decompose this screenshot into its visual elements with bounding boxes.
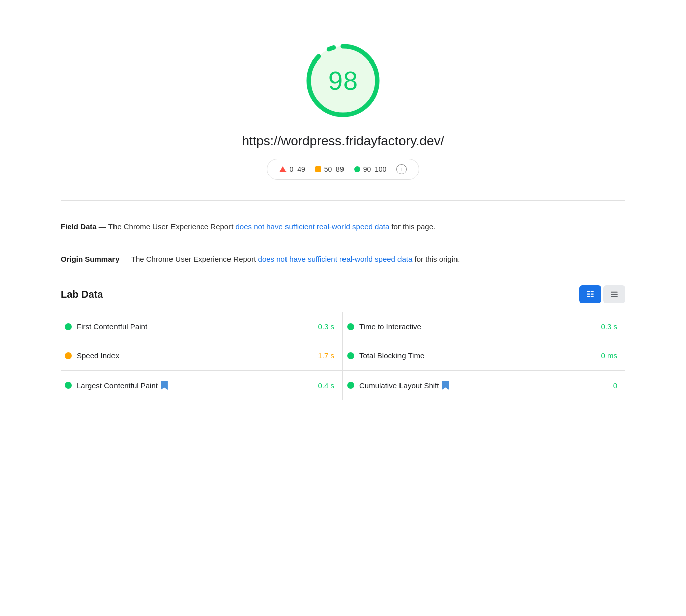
field-data-link[interactable]: does not have sufficient real-world spee… [236,222,390,231]
toggle-list-button[interactable] [603,285,625,303]
metric-row-tbt: Total Blocking Time 0 ms [343,341,625,371]
metric-cls-dot [347,382,354,389]
metrics-right-col: Time to Interactive 0.3 s Total Blocking… [343,312,625,400]
metric-row-fcp: First Contentful Paint 0.3 s [61,312,342,341]
average-label: 50–89 [324,165,344,173]
metric-si-label: Speed Index [65,351,119,360]
metrics-left-col: First Contentful Paint 0.3 s Speed Index… [61,312,343,400]
metric-cls-name: Cumulative Layout Shift [359,381,449,390]
score-legend: 0–49 50–89 90–100 i [267,159,420,180]
legend-poor: 0–49 [279,165,305,173]
good-icon [354,166,360,172]
view-toggle [579,285,625,303]
metric-row-lcp: Largest Contentful Paint 0.4 s [61,371,342,400]
metric-tbt-label: Total Blocking Time [347,351,424,360]
average-icon [315,166,321,172]
metric-lcp-name: Largest Contentful Paint [77,381,168,390]
metric-lcp-label: Largest Contentful Paint [65,381,168,390]
poor-label: 0–49 [290,165,305,173]
score-circle: 98 [303,40,383,121]
svg-rect-8 [591,296,594,297]
metric-tbt-dot [347,352,354,359]
svg-rect-11 [611,296,618,297]
metric-fcp-dot [65,323,72,330]
legend-good: 90–100 [354,165,387,173]
field-data-text-before: — The Chrome User Experience Report [99,222,236,231]
metric-lcp-value: 0.4 s [318,381,334,390]
lab-data-header: Lab Data [61,270,625,312]
metric-row-tti: Time to Interactive 0.3 s [343,312,625,341]
field-data-text-after: for this page. [389,222,435,231]
score-url: https://wordpress.fridayfactory.dev/ [242,133,444,149]
metric-row-si: Speed Index 1.7 s [61,341,342,371]
poor-icon [279,166,287,172]
metric-tbt-value: 0 ms [601,351,617,360]
cls-bookmark-icon [442,381,449,390]
lab-data-title: Lab Data [61,289,103,300]
metric-si-name: Speed Index [77,351,119,360]
score-number: 98 [328,68,358,94]
section-divider [61,200,625,201]
origin-summary-title: Origin Summary [61,255,120,263]
info-icon[interactable]: i [396,164,407,174]
metric-tti-value: 0.3 s [601,322,617,331]
lcp-bookmark-icon [161,381,168,390]
svg-rect-5 [587,294,590,295]
lab-data-section: Lab Data [61,270,625,400]
svg-rect-4 [591,291,594,292]
metrics-grid: First Contentful Paint 0.3 s Speed Index… [61,312,625,400]
svg-rect-3 [587,291,590,292]
legend-average: 50–89 [315,165,344,173]
score-section: 98 https://wordpress.fridayfactory.dev/ … [61,20,625,195]
origin-summary-section: Origin Summary — The Chrome User Experie… [61,238,625,270]
svg-rect-7 [587,296,590,297]
svg-rect-6 [591,294,594,295]
metric-fcp-label: First Contentful Paint [65,322,147,331]
metric-si-value: 1.7 s [318,351,334,360]
origin-summary-link[interactable]: does not have sufficient real-world spee… [258,255,413,263]
field-data-title: Field Data [61,222,97,231]
lab-data-table: First Contentful Paint 0.3 s Speed Index… [61,312,625,400]
metric-fcp-value: 0.3 s [318,322,334,331]
toggle-grid-button[interactable] [579,285,601,303]
metric-lcp-dot [65,382,72,389]
origin-summary-text-after: for this origin. [412,255,460,263]
metric-row-cls: Cumulative Layout Shift 0 [343,371,625,400]
metric-fcp-name: First Contentful Paint [77,322,147,331]
metric-cls-label: Cumulative Layout Shift [347,381,449,390]
metric-si-dot [65,352,72,359]
metric-tbt-name: Total Blocking Time [359,351,424,360]
svg-rect-10 [611,294,618,295]
metric-tti-name: Time to Interactive [359,322,421,331]
metric-tti-dot [347,323,354,330]
field-data-section: Field Data — The Chrome User Experience … [61,206,625,238]
svg-rect-9 [611,292,618,293]
metric-cls-value: 0 [613,381,617,390]
metric-tti-label: Time to Interactive [347,322,421,331]
origin-summary-text-before: — The Chrome User Experience Report [122,255,258,263]
good-label: 90–100 [363,165,387,173]
